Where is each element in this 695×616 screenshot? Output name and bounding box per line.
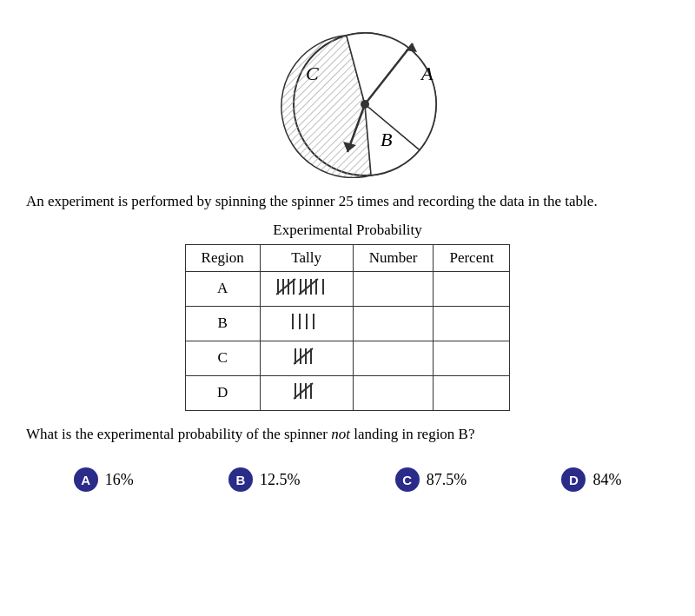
- percent-c: [434, 341, 510, 375]
- tally-svg-c: [294, 346, 320, 367]
- answers-container: A 16% B 12.5% C 87.5% D 84%: [26, 467, 669, 492]
- region-b-label: B: [185, 306, 260, 341]
- number-c: [353, 341, 434, 375]
- tally-c: [260, 341, 353, 375]
- tally-svg-b: [289, 311, 324, 332]
- answer-d-value: 84%: [592, 471, 621, 489]
- region-a-label: A: [185, 271, 260, 306]
- percent-d: [434, 375, 510, 410]
- region-d-label: D: [185, 375, 260, 410]
- spinner-diagram: A C B: [252, 17, 443, 178]
- answer-b-value: 12.5%: [260, 471, 301, 489]
- table-row: D: [185, 375, 510, 410]
- svg-line-27: [294, 383, 313, 399]
- col-header-number: Number: [353, 244, 434, 271]
- label-b: B: [381, 129, 392, 150]
- percent-b: [434, 306, 510, 341]
- answer-d[interactable]: D 84%: [561, 467, 621, 492]
- description-text: An experiment is performed by spinning t…: [26, 190, 669, 213]
- answer-b-circle: B: [228, 467, 253, 492]
- label-c: C: [306, 63, 319, 84]
- col-header-percent: Percent: [434, 244, 510, 271]
- answer-c-value: 87.5%: [427, 471, 467, 489]
- page: A C B An experiment is performed by spin…: [0, 0, 695, 616]
- percent-a: [434, 271, 510, 306]
- region-c-label: C: [185, 341, 260, 375]
- table-row: A: [185, 271, 510, 306]
- question-text: What is the experimental probability of …: [26, 423, 669, 446]
- answer-a-value: 16%: [105, 471, 134, 489]
- spinner-container: A C B: [26, 17, 669, 178]
- number-d: [353, 375, 434, 410]
- label-a: A: [420, 63, 434, 84]
- answer-b[interactable]: B 12.5%: [228, 467, 301, 492]
- answer-a[interactable]: A 16%: [74, 467, 134, 492]
- tally-a: [260, 271, 353, 306]
- probability-table: Region Tally Number Percent A: [185, 244, 511, 411]
- table-row: B: [185, 306, 510, 341]
- number-b: [353, 306, 434, 341]
- table-title: Experimental Probability: [26, 222, 669, 239]
- tally-b: [260, 306, 353, 341]
- col-header-tally: Tally: [260, 244, 353, 271]
- answer-a-circle: A: [74, 467, 98, 492]
- tally-d: [260, 375, 353, 410]
- table-row: C: [185, 341, 510, 375]
- col-header-region: Region: [185, 244, 260, 271]
- answer-c[interactable]: C 87.5%: [395, 467, 467, 492]
- answer-c-circle: C: [395, 467, 420, 492]
- answer-d-circle: D: [561, 467, 586, 492]
- svg-line-22: [294, 348, 313, 364]
- svg-line-7: [276, 279, 295, 295]
- number-a: [353, 271, 434, 306]
- tally-svg-d: [294, 381, 320, 401]
- svg-line-12: [299, 279, 318, 295]
- tally-svg-a: [276, 276, 337, 297]
